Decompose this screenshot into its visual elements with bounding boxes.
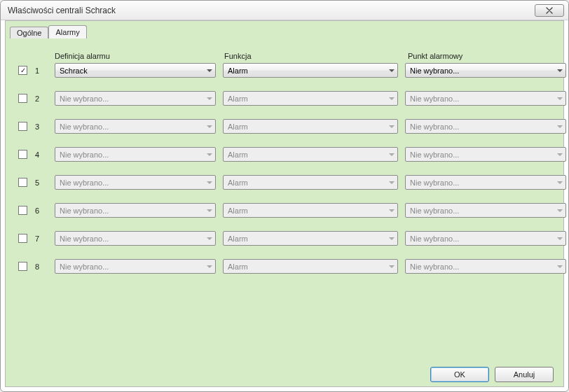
row-checkbox[interactable] xyxy=(18,234,27,243)
row-index: 8 xyxy=(35,262,48,271)
definition-combo: Nie wybrano... xyxy=(55,203,216,218)
row-checkbox[interactable] xyxy=(18,94,27,103)
rows-container: ✓1SchrackAlarmNie wybrano...2Nie wybrano… xyxy=(18,63,551,274)
point-combo: Nie wybrano... xyxy=(405,91,566,106)
definition-combo[interactable]: Schrack xyxy=(55,63,216,78)
titlebar[interactable]: Właściwości centrali Schrack xyxy=(1,1,568,20)
row-index: 3 xyxy=(35,122,48,131)
chevron-down-icon xyxy=(389,209,395,212)
function-value: Alarm xyxy=(228,66,248,75)
chevron-down-icon xyxy=(557,125,563,128)
point-combo: Nie wybrano... xyxy=(405,119,566,134)
chevron-down-icon xyxy=(557,181,563,184)
client-area: Ogólne Alarmy Definicja alarmu Funkcja P… xyxy=(5,20,564,387)
header-definition: Definicja alarmu xyxy=(55,52,216,60)
alarm-row: 4Nie wybrano...AlarmNie wybrano... xyxy=(18,147,551,162)
point-combo: Nie wybrano... xyxy=(405,259,566,274)
chevron-down-icon xyxy=(389,181,395,184)
point-value: Nie wybrano... xyxy=(410,122,459,131)
function-combo: Alarm xyxy=(223,231,398,246)
cancel-button[interactable]: Anuluj xyxy=(495,367,554,382)
row-checkbox[interactable] xyxy=(18,122,27,131)
definition-value: Nie wybrano... xyxy=(60,94,109,103)
chevron-down-icon xyxy=(389,237,395,240)
ok-button[interactable]: OK xyxy=(430,367,489,382)
row-index: 2 xyxy=(35,94,48,103)
function-value: Alarm xyxy=(228,262,248,271)
chevron-down-icon xyxy=(557,69,563,72)
function-value: Alarm xyxy=(228,94,248,103)
definition-value: Nie wybrano... xyxy=(60,206,109,215)
definition-combo: Nie wybrano... xyxy=(55,147,216,162)
definition-value: Nie wybrano... xyxy=(60,122,109,131)
point-value: Nie wybrano... xyxy=(410,206,459,215)
row-index: 4 xyxy=(35,150,48,159)
chevron-down-icon xyxy=(557,209,563,212)
point-combo: Nie wybrano... xyxy=(405,231,566,246)
point-combo: Nie wybrano... xyxy=(405,203,566,218)
chevron-down-icon xyxy=(207,69,212,72)
chevron-down-icon xyxy=(557,153,563,156)
tab-general[interactable]: Ogólne xyxy=(10,27,48,38)
point-combo: Nie wybrano... xyxy=(405,147,566,162)
point-value: Nie wybrano... xyxy=(410,234,459,243)
row-checkbox[interactable] xyxy=(18,262,27,271)
function-value: Alarm xyxy=(228,178,248,187)
point-combo[interactable]: Nie wybrano... xyxy=(405,63,566,78)
chevron-down-icon xyxy=(557,265,563,268)
window-title: Właściwości centrali Schrack xyxy=(8,6,116,15)
definition-value: Nie wybrano... xyxy=(60,150,109,159)
row-checkbox[interactable]: ✓ xyxy=(18,66,27,75)
function-combo: Alarm xyxy=(223,119,398,134)
function-value: Alarm xyxy=(228,150,248,159)
chevron-down-icon xyxy=(207,209,212,212)
function-value: Alarm xyxy=(228,122,248,131)
point-value: Nie wybrano... xyxy=(410,66,459,75)
function-combo[interactable]: Alarm xyxy=(223,63,398,78)
cancel-button-label: Anuluj xyxy=(514,370,535,379)
definition-value: Nie wybrano... xyxy=(60,234,109,243)
chevron-down-icon xyxy=(557,97,563,100)
function-combo: Alarm xyxy=(223,147,398,162)
alarm-row: ✓1SchrackAlarmNie wybrano... xyxy=(18,63,551,78)
function-value: Alarm xyxy=(228,234,248,243)
alarm-row: 8Nie wybrano...AlarmNie wybrano... xyxy=(18,259,551,274)
close-button[interactable] xyxy=(535,4,564,17)
chevron-down-icon xyxy=(389,265,395,268)
chevron-down-icon xyxy=(207,153,212,156)
chevron-down-icon xyxy=(207,125,212,128)
definition-combo: Nie wybrano... xyxy=(55,119,216,134)
chevron-down-icon xyxy=(207,97,212,100)
alarm-row: 7Nie wybrano...AlarmNie wybrano... xyxy=(18,231,551,246)
row-checkbox[interactable] xyxy=(18,178,27,187)
chevron-down-icon xyxy=(389,97,395,100)
alarm-row: 2Nie wybrano...AlarmNie wybrano... xyxy=(18,91,551,106)
chevron-down-icon xyxy=(207,181,212,184)
function-combo: Alarm xyxy=(223,175,398,190)
chevron-down-icon xyxy=(557,237,563,240)
definition-combo: Nie wybrano... xyxy=(55,175,216,190)
alarms-grid: Definicja alarmu Funkcja Punkt alarmowy … xyxy=(10,45,559,360)
chevron-down-icon xyxy=(389,69,395,72)
point-value: Nie wybrano... xyxy=(410,150,459,159)
row-checkbox[interactable] xyxy=(18,206,27,215)
tab-strip: Ogólne Alarmy xyxy=(10,25,87,38)
header-point: Punkt alarmowy xyxy=(408,52,569,60)
definition-combo: Nie wybrano... xyxy=(55,91,216,106)
row-index: 1 xyxy=(35,66,48,75)
point-combo: Nie wybrano... xyxy=(405,175,566,190)
dialog-footer: OK Anuluj xyxy=(6,363,563,386)
ok-button-label: OK xyxy=(454,370,465,379)
definition-combo: Nie wybrano... xyxy=(55,231,216,246)
alarm-row: 6Nie wybrano...AlarmNie wybrano... xyxy=(18,203,551,218)
point-value: Nie wybrano... xyxy=(410,262,459,271)
chevron-down-icon xyxy=(207,237,212,240)
row-checkbox[interactable] xyxy=(18,150,27,159)
alarm-row: 3Nie wybrano...AlarmNie wybrano... xyxy=(18,119,551,134)
dialog-window: Właściwości centrali Schrack Ogólne Alar… xyxy=(0,0,569,392)
definition-combo: Nie wybrano... xyxy=(55,259,216,274)
tab-alarms[interactable]: Alarmy xyxy=(48,25,86,38)
close-icon xyxy=(545,7,554,14)
point-value: Nie wybrano... xyxy=(410,178,459,187)
chevron-down-icon xyxy=(389,125,395,128)
